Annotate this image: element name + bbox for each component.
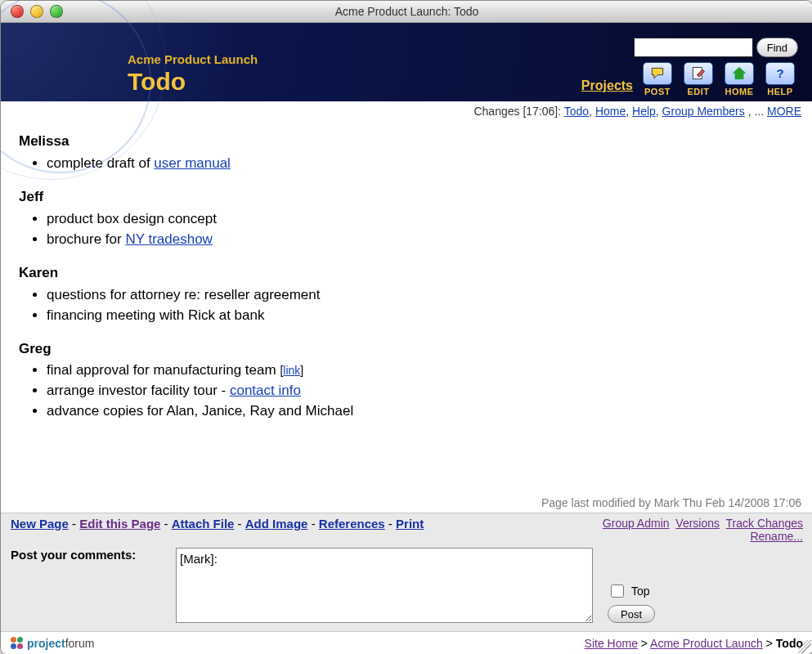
page-action-link[interactable]: Add Image	[245, 517, 308, 531]
todo-item: complete draft of user manual	[47, 155, 796, 173]
help-button[interactable]: ? HELP	[762, 62, 798, 96]
app-header: Acme Product Launch Todo Find Projects P…	[1, 23, 812, 101]
post-button[interactable]: POST	[639, 62, 675, 96]
content-text: ]	[300, 364, 303, 377]
page-action-link[interactable]: References	[319, 517, 385, 531]
content-text: advance copies for Alan, Janice, Ray and…	[47, 403, 353, 419]
speech-bubble-icon	[643, 62, 672, 85]
toolbar-label: EDIT	[687, 87, 709, 96]
todo-item: financing meeting with Rick at bank	[47, 307, 796, 325]
section-heading: Karen	[19, 264, 796, 283]
footer: projectforum Site Home > Acme Product La…	[1, 631, 812, 654]
brand-text-b: forum	[65, 637, 95, 650]
section-heading: Greg	[19, 340, 796, 359]
todo-item: final approval for manufacturing team [l…	[47, 361, 796, 380]
comment-prompt: Post your comments:	[11, 548, 166, 562]
brand-logo-icon	[11, 637, 24, 650]
comment-textarea[interactable]	[176, 548, 593, 623]
page-title: Todo	[128, 69, 258, 94]
page-actions-right: Group Admin Versions Track ChangesRename…	[603, 517, 803, 543]
content-link[interactable]: contact info	[230, 383, 301, 398]
comment-form: Post your comments: Top Post	[1, 548, 812, 631]
changes-link[interactable]: Home	[595, 105, 626, 118]
changes-prefix: Changes [17:06]:	[473, 105, 563, 118]
top-checkbox-row[interactable]: Top	[608, 582, 655, 600]
post-comment-button[interactable]: Post	[608, 605, 655, 623]
section-heading: Jeff	[19, 188, 796, 207]
breadcrumb-current: Todo	[776, 637, 803, 650]
changes-ellipsis: , ...	[748, 105, 767, 118]
brand-text-a: project	[27, 637, 65, 650]
content-link[interactable]: user manual	[154, 155, 231, 171]
todo-item: questions for attorney re: reseller agre…	[47, 286, 796, 305]
todo-list: complete draft of user manual	[47, 155, 796, 173]
page-admin-link[interactable]: Track Changes	[726, 517, 803, 530]
page-content: Melissacomplete draft of user manualJeff…	[1, 119, 812, 493]
app-window: Acme Product Launch: Todo Acme Product L…	[0, 0, 812, 654]
todo-item: brochure for NY tradeshow	[47, 231, 796, 249]
toolbar-label: HELP	[767, 87, 792, 96]
breadcrumb-project[interactable]: Acme Product Launch	[650, 637, 763, 650]
top-checkbox[interactable]	[611, 585, 624, 598]
question-mark-icon: ?	[765, 62, 795, 85]
content-text: arrange investor facility tour -	[47, 383, 230, 398]
page-action-link[interactable]: Attach File	[172, 517, 235, 531]
content-text: questions for attorney re: reseller agre…	[47, 287, 321, 302]
projects-link[interactable]: Projects	[581, 78, 633, 93]
changes-link[interactable]: Help	[632, 105, 656, 118]
page-heading: Acme Product Launch Todo	[128, 52, 258, 94]
top-label: Top	[631, 585, 650, 598]
svg-text:?: ?	[776, 66, 783, 80]
page-admin-link[interactable]: Rename...	[750, 530, 803, 543]
page-admin-link[interactable]: Group Admin	[603, 517, 670, 530]
home-button[interactable]: HOME	[721, 62, 757, 96]
toolbar-label: POST	[644, 87, 671, 96]
more-changes-link[interactable]: MORE	[767, 105, 801, 118]
project-name: Acme Product Launch	[128, 52, 258, 66]
find-button[interactable]: Find	[756, 38, 798, 57]
todo-item: product box design concept	[47, 210, 796, 229]
page-action-link[interactable]: Edit this Page	[79, 517, 160, 531]
last-modified: Page last modified by Mark Thu Feb 14/20…	[1, 493, 812, 513]
page-admin-link[interactable]: Versions	[675, 517, 720, 530]
content-link[interactable]: NY tradeshow	[125, 231, 212, 247]
house-icon	[725, 62, 754, 85]
page-actions-bar: New Page - Edit this Page - Attach File …	[1, 513, 812, 548]
page-action-link[interactable]: New Page	[11, 517, 69, 531]
pencil-page-icon	[684, 62, 713, 85]
content-text: brochure for	[47, 231, 125, 247]
edit-button[interactable]: EDIT	[680, 62, 716, 96]
breadcrumb: Site Home > Acme Product Launch > Todo	[585, 637, 803, 650]
todo-list: product box design conceptbrochure for N…	[47, 210, 796, 249]
todo-item: arrange investor facility tour - contact…	[47, 382, 796, 401]
todo-item: advance copies for Alan, Janice, Ray and…	[47, 402, 796, 421]
brand[interactable]: projectforum	[11, 637, 94, 650]
page-action-link[interactable]: Print	[396, 517, 424, 531]
changes-link[interactable]: Todo	[564, 105, 589, 118]
content-link[interactable]: link	[283, 364, 300, 377]
content-text: final approval for manufacturing team	[47, 362, 280, 378]
toolbar-label: HOME	[725, 87, 754, 96]
content-text: product box design concept	[47, 211, 217, 226]
page-actions-left: New Page - Edit this Page - Attach File …	[11, 517, 424, 531]
search-form: Find	[634, 38, 798, 57]
content-text: financing meeting with Rick at bank	[47, 307, 264, 323]
search-input[interactable]	[634, 38, 753, 57]
todo-list: final approval for manufacturing team [l…	[47, 361, 796, 421]
todo-list: questions for attorney re: reseller agre…	[47, 286, 796, 325]
window-title: Acme Product Launch: Todo	[335, 5, 479, 18]
changes-link[interactable]: Group Members	[662, 105, 745, 118]
breadcrumb-site-home[interactable]: Site Home	[585, 637, 638, 650]
header-toolbar: POST EDIT HOME ? HELP	[639, 62, 798, 96]
